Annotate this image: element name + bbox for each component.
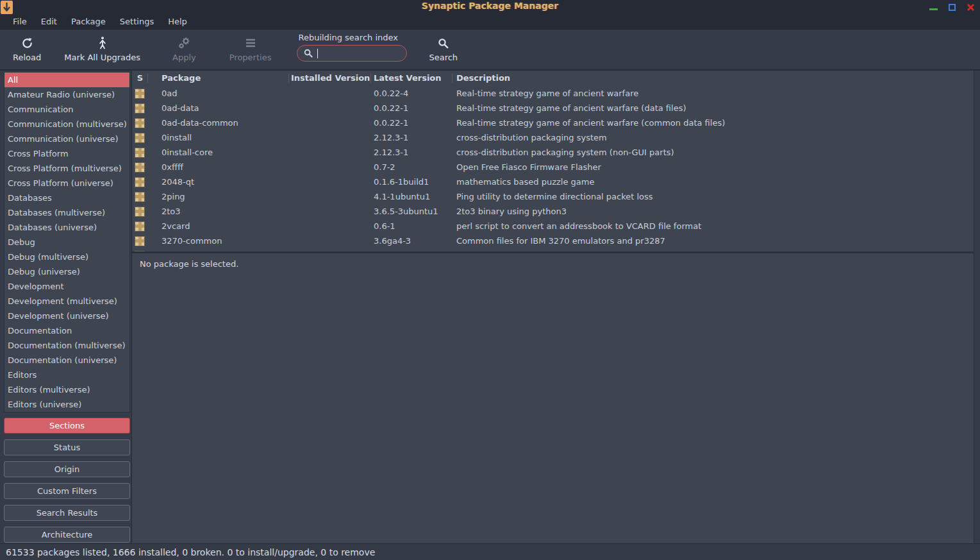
- section-list-item[interactable]: Debug (universe): [4, 264, 129, 279]
- reload-button[interactable]: Reload: [6, 34, 47, 64]
- filter-buttons: Sections Status Origin Custom Filters Se…: [4, 418, 131, 543]
- section-list-item[interactable]: Documentation (universe): [4, 353, 129, 368]
- status-cell: [132, 118, 148, 128]
- table-row[interactable]: 0ad-data 0.0.22-1 Real-time strategy gam…: [132, 101, 974, 115]
- menu-item[interactable]: Package: [64, 15, 113, 28]
- column-header-status[interactable]: S: [132, 71, 148, 86]
- search-results-button[interactable]: Search Results: [4, 505, 130, 521]
- menu-item[interactable]: Settings: [113, 15, 161, 28]
- section-list-item[interactable]: Debug (multiverse): [4, 250, 129, 264]
- package-table: S Package Installed Version Latest Versi…: [132, 71, 974, 253]
- column-header-package[interactable]: Package: [148, 71, 289, 86]
- app-download-icon: [1, 1, 13, 14]
- section-list-item[interactable]: Documentation: [4, 323, 129, 338]
- sections-button[interactable]: Sections: [4, 418, 130, 434]
- section-list-item[interactable]: Documentation (multiverse): [4, 338, 129, 353]
- section-list-item[interactable]: Cross Platform (universe): [4, 176, 129, 191]
- section-list-item[interactable]: Amateur Radio (universe): [4, 87, 129, 102]
- column-header-description[interactable]: Description: [453, 71, 974, 86]
- table-row[interactable]: 0install 2.12.3-1 cross-distribution pac…: [132, 130, 974, 145]
- package-box-icon: [135, 148, 145, 158]
- package-description: cross-distribution packaging system: [453, 133, 974, 142]
- latest-version: 0.0.22-4: [371, 89, 453, 98]
- table-row[interactable]: 0ad 0.0.22-4 Real-time strategy game of …: [132, 86, 974, 101]
- apply-button[interactable]: Apply: [166, 34, 203, 64]
- titlebar: Synaptic Package Manager: [0, 0, 980, 14]
- section-list-item[interactable]: Debug: [4, 235, 129, 250]
- section-list-item[interactable]: Development: [4, 279, 129, 294]
- section-list-item[interactable]: Databases (universe): [4, 220, 129, 235]
- package-name: 0install: [148, 133, 289, 142]
- maximize-icon[interactable]: [949, 4, 956, 11]
- statusbar-text: 61533 packages listed, 1666 installed, 0…: [6, 547, 375, 557]
- reload-label: Reload: [13, 53, 41, 62]
- package-description: Real-time strategy game of ancient warfa…: [453, 118, 974, 128]
- status-cell: [132, 148, 148, 158]
- section-list-item[interactable]: Editors (multiverse): [4, 382, 129, 397]
- mark-all-upgrades-button[interactable]: Mark All Upgrades: [58, 34, 147, 64]
- package-description: mathematics based puzzle game: [453, 177, 974, 187]
- column-header-installed-version[interactable]: Installed Version: [289, 71, 371, 86]
- package-description: perl script to convert an addressbook to…: [453, 221, 974, 231]
- minimize-icon[interactable]: [929, 8, 938, 10]
- status-cell: [132, 162, 148, 173]
- table-row-partial[interactable]: [132, 248, 974, 253]
- section-list-item[interactable]: Editors: [4, 368, 129, 382]
- table-row[interactable]: 2vcard 0.6-1 perl script to convert an a…: [132, 219, 974, 233]
- section-list-item[interactable]: Communication (multiverse): [4, 117, 129, 132]
- section-list-item[interactable]: Databases: [4, 191, 129, 205]
- section-list-item[interactable]: Editors (universe): [4, 397, 129, 412]
- close-icon[interactable]: [967, 3, 975, 12]
- table-row[interactable]: 2ping 4.1-1ubuntu1 Ping utility to deter…: [132, 189, 974, 204]
- section-list-item[interactable]: Cross Platform (multiverse): [4, 161, 129, 176]
- window-controls: [929, 0, 975, 14]
- section-list-item[interactable]: Development (multiverse): [4, 294, 129, 309]
- package-box-icon: [135, 118, 145, 128]
- section-list-item[interactable]: Communication (universe): [4, 132, 129, 146]
- latest-version: 0.0.22-1: [371, 103, 453, 113]
- latest-version: 3.6.5-3ubuntu1: [371, 207, 453, 216]
- latest-version: 4.1-1ubuntu1: [371, 192, 453, 201]
- package-box-icon: [135, 162, 145, 173]
- menubar: FileEditPackageSettingsHelp: [0, 14, 980, 30]
- search-icon: [304, 49, 313, 58]
- table-row[interactable]: 2to3 3.6.5-3ubuntu1 2to3 binary using py…: [132, 204, 974, 219]
- package-box-icon: [135, 236, 145, 246]
- table-row[interactable]: 2048-qt 0.1.6-1build1 mathematics based …: [132, 174, 974, 189]
- section-list-item[interactable]: Development (universe): [4, 309, 129, 323]
- package-box-icon: [135, 89, 145, 99]
- package-name: 2ping: [148, 192, 289, 201]
- search-label: Search: [429, 53, 458, 62]
- menu-item[interactable]: Help: [161, 15, 194, 28]
- menu-item[interactable]: Edit: [34, 15, 64, 28]
- search-button[interactable]: Search: [422, 34, 464, 64]
- section-list: AllAmateur Radio (universe)Communication…: [4, 72, 130, 412]
- search-input[interactable]: [297, 45, 407, 62]
- properties-button[interactable]: Properties: [223, 34, 278, 64]
- package-name: 0ad-data-common: [148, 118, 289, 128]
- status-cell: [132, 89, 148, 99]
- latest-version: 3.6ga4-3: [371, 236, 453, 246]
- section-list-item[interactable]: Cross Platform: [4, 146, 129, 161]
- column-header-latest-version[interactable]: Latest Version: [371, 71, 453, 86]
- table-row[interactable]: 0xffff 0.7-2 Open Free Fiasco Firmware F…: [132, 160, 974, 174]
- package-name: 0ad-data: [148, 103, 289, 113]
- status-cell: [132, 221, 148, 232]
- origin-button[interactable]: Origin: [4, 461, 130, 477]
- status-button[interactable]: Status: [4, 439, 130, 455]
- custom-filters-button[interactable]: Custom Filters: [4, 483, 130, 499]
- no-selection-message: No package is selected.: [140, 259, 238, 269]
- section-list-item[interactable]: All: [4, 72, 129, 87]
- section-list-item[interactable]: Communication: [4, 102, 129, 117]
- synaptic-window: Synaptic Package Manager FileEditPackage…: [0, 0, 980, 560]
- properties-label: Properties: [229, 53, 272, 62]
- menu-item[interactable]: File: [6, 15, 34, 28]
- package-name: 3270-common: [148, 236, 289, 246]
- table-row[interactable]: 0install-core 2.12.3-1 cross-distributio…: [132, 145, 974, 160]
- table-row[interactable]: 3270-common 3.6ga4-3 Common files for IB…: [132, 233, 974, 248]
- table-row[interactable]: 0ad-data-common 0.0.22-1 Real-time strat…: [132, 115, 974, 130]
- package-description: Real-time strategy game of ancient warfa…: [453, 89, 974, 98]
- architecture-button[interactable]: Architecture: [4, 527, 130, 543]
- section-list-item[interactable]: Databases (multiverse): [4, 205, 129, 220]
- package-box-icon: [135, 192, 145, 202]
